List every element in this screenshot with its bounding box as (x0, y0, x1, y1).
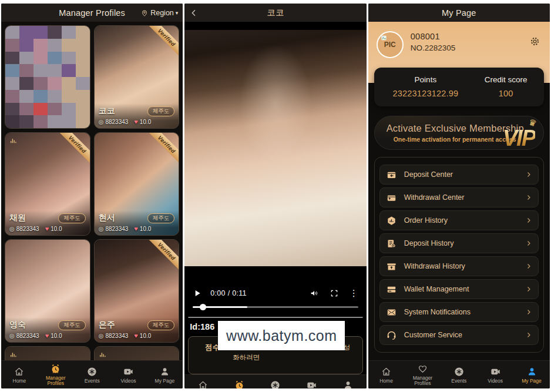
events-icon (270, 380, 281, 388)
nav-my-page[interactable]: My Page (513, 361, 550, 388)
nav-videos[interactable]: 동영상 (294, 375, 330, 389)
volume-icon (310, 289, 319, 298)
voice-info-bar: 175,C컵 검증 (188, 317, 362, 318)
wallet-deposit-icon (386, 169, 397, 180)
nav-label: Videos (121, 378, 136, 384)
points-label: Points (379, 75, 472, 84)
nav-videos[interactable]: Videos (110, 361, 147, 388)
more-options-button[interactable]: ⋮ (350, 288, 358, 299)
heart-icon (417, 363, 428, 374)
chevron-right-icon (525, 240, 532, 247)
profile-name: 영숙 (9, 320, 26, 330)
chart-icon (9, 136, 17, 147)
nav-home[interactable]: Home (368, 361, 405, 388)
heart-icon: ♥ (134, 225, 138, 232)
events-icon (453, 366, 465, 377)
menu-withdrawal-center[interactable]: Withdrawal Center (379, 187, 539, 207)
credit-score-value: 100 (472, 89, 539, 98)
chart-icon (9, 350, 17, 360)
video-progress-bar[interactable] (193, 303, 358, 310)
broken-image-icon (381, 35, 387, 41)
pixelated-photo (5, 26, 90, 128)
wallet-cards-icon (386, 284, 397, 295)
nav-events[interactable]: Events (74, 361, 110, 388)
nav-manager-profiles[interactable]: Manager Profiles (38, 361, 74, 388)
play-button[interactable] (193, 289, 202, 298)
home-icon (14, 366, 25, 377)
menu-deposit-center[interactable]: Deposit Center (379, 165, 539, 185)
page-title: My Page (442, 8, 476, 18)
settings-button[interactable] (529, 36, 540, 49)
location-pin-icon (140, 9, 149, 17)
menu-deposit-history[interactable]: Deposit History (379, 233, 539, 253)
profile-card-pixelated[interactable] (5, 25, 90, 129)
nav-home[interactable]: Home (1, 361, 38, 388)
menu-label: Wallet Management (404, 285, 525, 293)
profile-card[interactable]: Verified 현서 제주도 ◎8823343 ♥10.0 (94, 132, 180, 236)
video-camera-icon (490, 366, 501, 377)
alarm-clock-icon (234, 380, 245, 388)
views-icon: ◎ (99, 119, 104, 125)
profile-card[interactable]: Verified 코코 제주도 ◎8823343 ♥10.0 (94, 25, 180, 129)
envelope-icon (386, 307, 397, 318)
person-icon (342, 380, 354, 388)
fullscreen-button[interactable] (330, 289, 339, 298)
profile-name: 은주 (99, 320, 115, 330)
rating-value: 10.0 (140, 333, 151, 339)
heart-icon: ♥ (134, 118, 138, 125)
video-camera-icon (306, 380, 317, 388)
menu-label: Customer Service (404, 331, 525, 339)
stats-card: Points 23223123122.99 Credit score 100 (374, 68, 544, 106)
profile-card[interactable]: Verified 채원 제주도 ◎8823343 ♥10.0 (5, 132, 90, 236)
menu-withdrawal-history[interactable]: Withdrawal History (379, 256, 539, 276)
nav-my-page[interactable]: My페이지 (330, 375, 367, 389)
home-icon (381, 366, 392, 377)
nav-label: Manager Profiles (46, 376, 66, 386)
profile-card-partial[interactable] (94, 346, 180, 360)
views-count: 8823343 (105, 333, 128, 339)
chevron-right-icon (525, 171, 532, 178)
events-icon (86, 366, 98, 377)
nav-manager-profiles[interactable]: 매니저 프로필 (221, 375, 257, 389)
nav-videos[interactable]: Videos (477, 361, 513, 388)
score-label: 점수 (194, 343, 220, 353)
account-menu: Deposit Center Withdrawal Center Order H… (374, 157, 544, 353)
menu-system-notifications[interactable]: System Notifications (379, 302, 539, 322)
gear-icon (529, 36, 540, 47)
nav-manager-profiles[interactable]: Manager Profiles (405, 361, 441, 388)
volume-button[interactable] (310, 289, 319, 298)
menu-customer-service[interactable]: Customer Service (379, 325, 539, 345)
profile-card-partial[interactable] (5, 346, 90, 360)
my-page-screen: My Page PIC 008001 NO.2282305 Points 232… (368, 4, 550, 388)
nav-events[interactable]: 이벤트 (257, 375, 294, 389)
avatar[interactable]: PIC (377, 31, 404, 58)
nav-my-page[interactable]: My Page (146, 361, 183, 388)
region-selector[interactable]: Region ▾ (140, 4, 178, 22)
receipt-icon (386, 238, 397, 249)
rating-value: 10.0 (140, 226, 151, 232)
rating-value: 10.0 (140, 119, 151, 125)
video-player[interactable]: 0:00 / 0:11 ⋮ (184, 22, 366, 314)
back-button[interactable] (189, 4, 199, 22)
nav-events[interactable]: Events (441, 361, 477, 388)
menu-label: Withdrawal History (404, 262, 525, 270)
progress-knob[interactable] (200, 304, 206, 310)
middle-bottom-nav: 홈페이지 매니저 프로필 이벤트 동영상 My페이지 (184, 374, 366, 389)
chevron-right-icon (525, 286, 532, 293)
profile-name: 채원 (9, 213, 26, 223)
menu-label: System Notifications (404, 308, 525, 316)
profile-card[interactable]: Verified 은주 제주도 ◎8823343 ♥10.0 (94, 239, 180, 343)
watermark-text: www.batym.com (226, 327, 337, 344)
nav-home[interactable]: 홈페이지 (184, 375, 221, 389)
profile-photo (5, 347, 90, 360)
points-value: 23223123122.99 (379, 89, 472, 98)
menu-wallet-management[interactable]: Wallet Management (379, 279, 539, 299)
menu-order-history[interactable]: Order History (379, 210, 539, 230)
views-count: 8823343 (105, 226, 128, 232)
chevron-right-icon (525, 263, 532, 270)
three-screen-collage: Manager Profiles Region ▾ (0, 0, 551, 392)
menu-label: Order History (404, 216, 525, 225)
vip-membership-banner[interactable]: Activate Exclusive Membership One-time a… (374, 116, 544, 150)
profile-card[interactable]: 영숙 제주도 ◎8823343 ♥10.0 (5, 239, 90, 343)
home-icon (197, 380, 209, 388)
